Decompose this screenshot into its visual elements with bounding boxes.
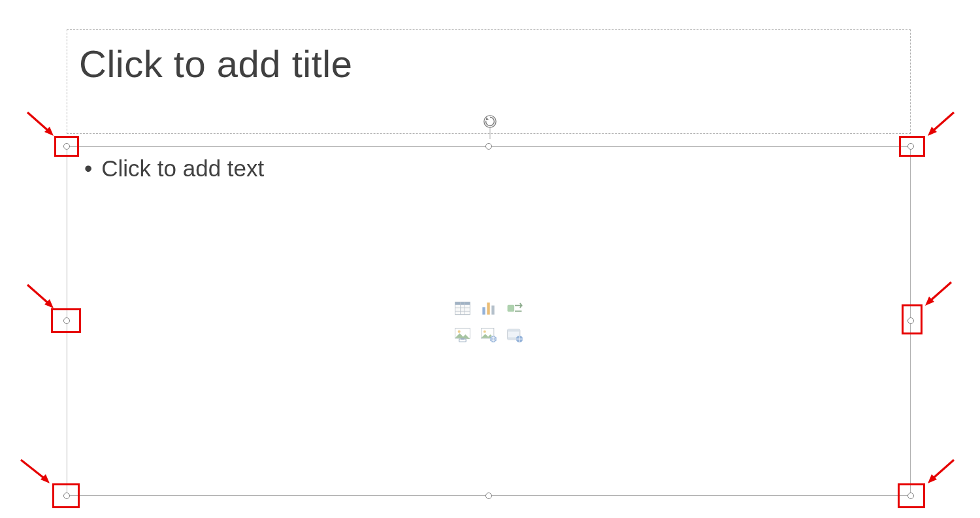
svg-marker-33 <box>928 474 937 483</box>
content-placeholder-text: Click to add text <box>101 155 264 182</box>
svg-line-26 <box>21 460 46 479</box>
resize-handle-bottom-left[interactable] <box>63 493 70 499</box>
svg-line-24 <box>27 285 50 304</box>
svg-line-22 <box>27 112 50 132</box>
svg-rect-19 <box>508 329 520 332</box>
resize-handle-top-right[interactable] <box>907 143 914 150</box>
svg-line-32 <box>932 460 954 479</box>
resize-handle-top-middle[interactable] <box>485 143 492 150</box>
svg-rect-8 <box>487 302 489 314</box>
resize-handle-middle-right[interactable] <box>907 317 914 324</box>
svg-marker-31 <box>925 297 934 306</box>
resize-handle-bottom-right[interactable] <box>907 493 914 499</box>
annotation-arrow-top-left <box>25 110 57 138</box>
resize-handle-bottom-middle[interactable] <box>485 493 492 499</box>
insert-smartart-icon[interactable] <box>504 297 526 319</box>
bullet-icon: • <box>84 155 92 182</box>
svg-rect-9 <box>491 305 494 314</box>
svg-rect-2 <box>455 302 470 304</box>
content-placeholder[interactable]: • Click to add text <box>67 146 911 496</box>
svg-marker-29 <box>928 127 937 136</box>
svg-point-12 <box>458 330 461 332</box>
svg-point-16 <box>483 330 486 332</box>
svg-rect-14 <box>461 338 464 340</box>
svg-rect-7 <box>482 307 485 314</box>
annotation-arrow-bottom-right <box>924 457 956 486</box>
insert-video-icon[interactable] <box>504 323 526 346</box>
svg-line-30 <box>929 282 951 302</box>
insert-chart-icon[interactable] <box>478 297 500 319</box>
rotate-icon <box>483 114 497 129</box>
resize-handle-top-left[interactable] <box>63 143 70 150</box>
svg-marker-23 <box>44 127 54 136</box>
content-bullet-row: • Click to add text <box>84 155 893 182</box>
title-placeholder-text: Click to add title <box>79 42 352 85</box>
insert-online-picture-icon[interactable] <box>478 323 500 346</box>
insert-content-grid <box>451 297 526 346</box>
svg-rect-10 <box>508 304 515 312</box>
annotation-arrow-top-right <box>924 110 956 138</box>
svg-marker-25 <box>44 299 54 308</box>
insert-table-icon[interactable] <box>451 297 474 319</box>
annotation-arrow-middle-right <box>921 280 954 308</box>
annotation-arrow-middle-left <box>25 282 57 311</box>
rotation-handle[interactable] <box>483 114 497 129</box>
insert-picture-icon[interactable] <box>451 323 474 346</box>
resize-handle-middle-left[interactable] <box>63 317 70 324</box>
svg-marker-27 <box>41 474 50 483</box>
svg-line-28 <box>932 112 954 132</box>
annotation-arrow-bottom-left <box>18 457 55 486</box>
